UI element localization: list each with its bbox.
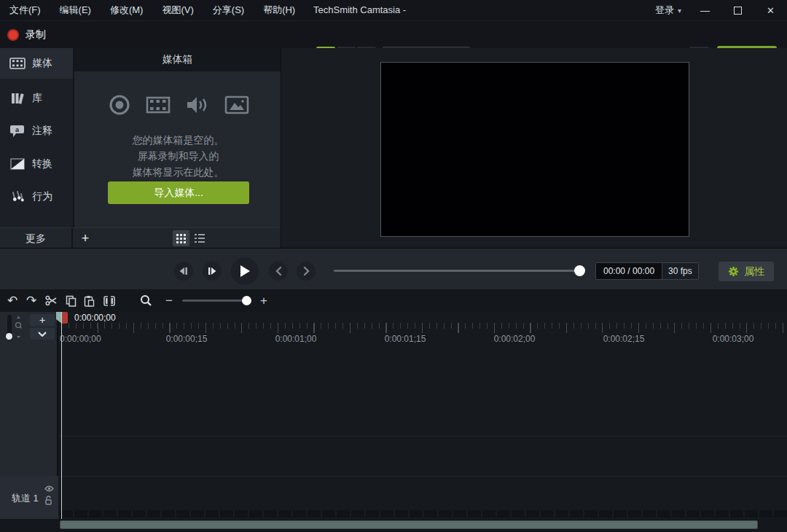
recording-icon — [108, 93, 131, 117]
preview-canvas[interactable] — [380, 62, 689, 237]
maximize-button[interactable] — [721, 0, 754, 20]
split-icon — [103, 296, 115, 306]
zoom-out-button[interactable]: − — [162, 289, 176, 312]
time-display: 00:00 / 00:00 30 fps — [595, 262, 699, 280]
record-icon — [7, 29, 19, 41]
ruler-label: 0:00:00;00 — [60, 334, 101, 344]
menu-help[interactable]: 帮助(H) — [254, 0, 305, 20]
chevron-right-icon — [303, 267, 310, 275]
cut-button[interactable] — [43, 289, 59, 312]
media-bin-header: 媒体箱 — [74, 48, 281, 71]
close-icon: ✕ — [767, 5, 775, 16]
track-height-slider[interactable] — [7, 315, 12, 335]
undo-button[interactable]: ↶ — [4, 289, 20, 312]
behaviors-icon — [9, 189, 26, 204]
timeline-zoom-button[interactable] — [137, 289, 154, 312]
sidebar-item-label: 注释 — [32, 125, 52, 138]
sidebar-item-library[interactable]: 库 — [0, 82, 73, 114]
gear-icon — [728, 266, 739, 277]
film-strip-icon — [9, 57, 26, 70]
collapse-tracks-button[interactable] — [30, 328, 55, 340]
timeline: + 轨道 1 — [0, 312, 787, 532]
playhead-time: 0:00:00;00 — [74, 313, 116, 323]
track-1-header[interactable]: 轨道 1 — [0, 476, 58, 519]
audio-icon — [185, 93, 210, 117]
chevron-down-icon — [38, 332, 47, 337]
eye-icon — [44, 485, 54, 492]
track-visibility-toggle[interactable] — [44, 485, 54, 492]
step-back-button[interactable] — [174, 262, 193, 281]
playhead-handle[interactable] — [56, 312, 68, 324]
import-media-button[interactable]: 导入媒体... — [108, 181, 249, 204]
record-label: 录制 — [26, 28, 46, 42]
add-media-button[interactable]: + — [77, 230, 94, 247]
redo-button[interactable]: ↷ — [23, 289, 39, 312]
sign-in-label: 登录 — [655, 4, 674, 17]
step-forward-button[interactable] — [203, 262, 222, 281]
copy-button[interactable] — [63, 289, 79, 312]
properties-label: 属性 — [744, 265, 764, 278]
menu-view[interactable]: 视图(V) — [152, 0, 203, 20]
ruler-label: 0:00:02;00 — [490, 334, 539, 344]
minus-icon: − — [165, 294, 173, 308]
track-lock-toggle[interactable] — [44, 496, 52, 505]
timeline-gutter: + 轨道 1 — [0, 312, 58, 519]
timeline-zoom-slider-thumb[interactable] — [242, 296, 251, 305]
main-area: 媒体 库 a — [0, 48, 787, 248]
menu-file[interactable]: 文件(F) — [0, 0, 50, 20]
chevron-left-icon — [275, 267, 282, 275]
menu-modify[interactable]: 修改(M) — [101, 0, 153, 20]
plus-icon: + — [39, 314, 45, 326]
track-height-slider-thumb[interactable] — [6, 333, 12, 340]
menu-edit[interactable]: 编辑(E) — [50, 0, 101, 20]
close-button[interactable]: ✕ — [754, 0, 787, 20]
add-track-button[interactable]: + — [30, 314, 55, 326]
more-tabs-button[interactable]: 更多 — [0, 228, 73, 249]
sign-in-button[interactable]: 登录 ▾ — [648, 4, 689, 17]
copy-icon — [66, 295, 77, 307]
sidebar: 媒体 库 a — [0, 48, 73, 227]
sidebar-item-behaviors[interactable]: 行为 — [0, 181, 73, 213]
track-zoom-control[interactable] — [15, 316, 23, 338]
properties-button[interactable]: 属性 — [719, 262, 774, 281]
ruler-label: 0:00:00;15 — [162, 334, 211, 344]
media-bin-title: 媒体箱 — [163, 53, 193, 66]
ruler-labels: 0:00:00;00 0:00:00;15 0:00:01;00 0:00:01… — [58, 334, 787, 345]
seek-slider-thumb[interactable] — [574, 265, 585, 276]
list-view-button[interactable] — [191, 230, 208, 246]
ruler-ticks[interactable] — [61, 323, 787, 333]
playhead-out-marker[interactable] — [62, 312, 68, 324]
play-button[interactable] — [231, 257, 259, 285]
split-button[interactable] — [101, 289, 117, 312]
playhead-line[interactable] — [61, 312, 62, 519]
frame-rate: 30 fps — [662, 263, 698, 279]
menu-share[interactable]: 分享(S) — [203, 0, 254, 20]
timeline-divider — [58, 436, 787, 437]
minimize-button[interactable]: — — [689, 0, 721, 20]
camtasia-window: 文件(F) 编辑(E) 修改(M) 视图(V) 分享(S) 帮助(H) Tech… — [0, 0, 787, 532]
playback-controls: 00:00 / 00:00 30 fps 属性 — [0, 248, 787, 289]
list-view-icon — [195, 234, 205, 243]
ruler-label: 0:00:02;15 — [599, 334, 649, 344]
sidebar-item-label: 行为 — [32, 190, 52, 203]
timeline-scrollbar-thumb[interactable] — [60, 520, 758, 529]
paste-button[interactable] — [81, 289, 97, 312]
sidebar-item-transitions[interactable]: 转换 — [0, 148, 73, 180]
sidebar-item-media[interactable]: 媒体 — [0, 48, 73, 79]
next-clip-button[interactable] — [297, 262, 316, 281]
seek-slider[interactable] — [334, 270, 583, 272]
timeline-zoom-slider[interactable] — [182, 300, 251, 302]
redo-icon: ↷ — [26, 293, 36, 308]
record-button[interactable]: 录制 — [7, 26, 46, 44]
media-bin-panel: 媒体箱 — [73, 48, 281, 227]
step-back-icon — [179, 267, 189, 275]
library-books-icon — [9, 91, 26, 106]
previous-clip-button[interactable] — [269, 262, 288, 281]
chevron-down-icon: ▾ — [678, 7, 681, 15]
timeline-divider — [58, 476, 787, 477]
sidebar-item-annotations[interactable]: a 注释 — [0, 115, 73, 147]
zoom-in-button[interactable]: + — [257, 289, 271, 312]
image-icon — [224, 93, 249, 117]
sidebar-item-label: 库 — [32, 92, 42, 105]
grid-view-button[interactable] — [173, 230, 189, 246]
